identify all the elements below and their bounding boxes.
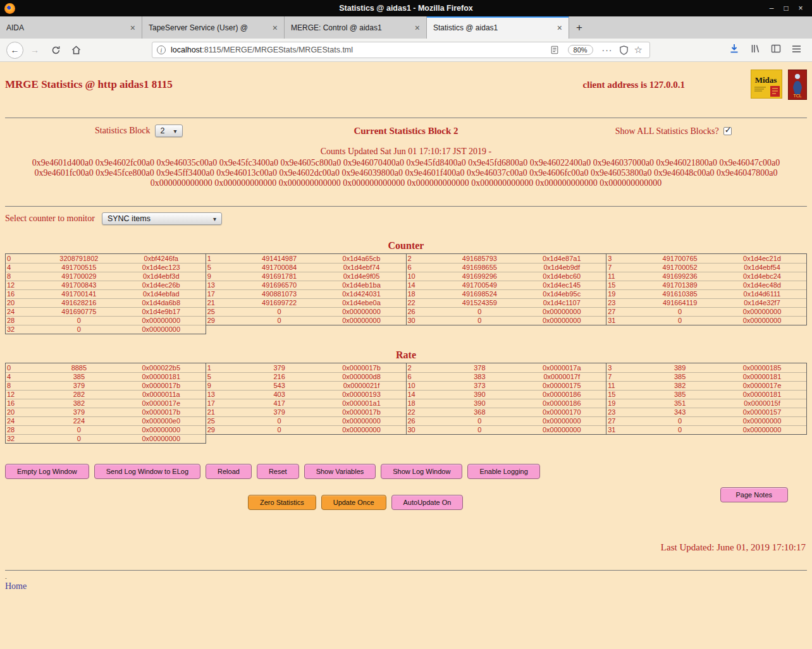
stat-index: 30 [407, 317, 442, 325]
library-icon[interactable] [750, 44, 760, 56]
enable-logging-button[interactable]: Enable Logging [467, 464, 539, 479]
stat-row: 63830x0000017f [407, 372, 606, 381]
stat-index: 12 [6, 391, 41, 399]
reset-button[interactable]: Reset [257, 464, 299, 479]
stat-hex: 0x1d4ebe0a [317, 299, 406, 307]
maximize-button[interactable]: □ [780, 4, 792, 13]
tab-tapeserver-service-user[interactable]: TapeServer Service (User) @× [142, 16, 285, 39]
rate-heading: Rate [5, 349, 807, 361]
window-controls: – □ × [765, 4, 812, 13]
zoom-level-button[interactable]: 80% [568, 45, 593, 55]
stat-value: 491690775 [41, 308, 117, 316]
stat-value: 382 [642, 382, 718, 390]
stat-value: 491699236 [642, 272, 718, 281]
stat-row: 124917008430x1d4ec26b [6, 281, 206, 289]
stat-index: 24 [6, 417, 41, 425]
send-log-window-to-elog-button[interactable]: Send Log Window to ELog [94, 464, 200, 479]
stat-index: 32 [6, 435, 41, 443]
stat-row: 24916857930x1d4e87a1 [407, 254, 606, 263]
stat-hex: 0x00000000 [117, 317, 206, 325]
stat-value: 373 [442, 382, 518, 390]
stat-value: 491524359 [442, 299, 518, 307]
stat-index: 28 [6, 317, 41, 325]
stat-hex: 0x00000000 [317, 417, 406, 425]
reload-icon[interactable] [48, 45, 63, 55]
tab-label: TapeServer Service (User) @ [149, 23, 268, 32]
stat-row: 94916917810x1d4e9f05 [206, 272, 406, 281]
empty-log-window-button[interactable]: Empty Log Window [5, 464, 89, 479]
counter-monitor-select-value: SYNC items [108, 214, 151, 223]
stat-row: 2500x00000000 [206, 416, 406, 425]
show-log-window-button[interactable]: Show Log Window [381, 464, 462, 479]
dot-text: . [5, 573, 807, 580]
home-icon[interactable] [68, 45, 83, 55]
home-link[interactable]: Home [5, 581, 27, 591]
sidebar-icon[interactable] [771, 44, 781, 56]
logo-group: Midas TCL [751, 70, 807, 100]
stat-index: 26 [407, 417, 442, 425]
stat-row: 3200x00000000 [6, 434, 206, 443]
stat-value: 0 [41, 435, 117, 443]
stat-row: 34917007650x1d4ec21d [606, 254, 806, 263]
forward-button[interactable]: → [27, 45, 43, 55]
stat-row: 144917005490x1d4ec145 [407, 281, 606, 289]
counter-monitor-select[interactable]: SYNC items▾ [102, 212, 222, 225]
stat-hex: 0x1d4ec26b [117, 281, 206, 289]
stat-hex: 0x00000000 [117, 325, 206, 334]
back-button[interactable]: ← [6, 42, 23, 59]
stat-value: 417 [242, 399, 317, 408]
stat-hex: 0x1d4ebf74 [317, 264, 406, 272]
stat-index: 12 [6, 281, 41, 289]
tab-aida[interactable]: AIDA× [0, 16, 142, 39]
counts-updated-text: Counts Updated Sat Jun 01 17:10:17 JST 2… [5, 147, 807, 157]
stat-row: 184916985240x1d4eb95c [407, 289, 606, 298]
reload-button[interactable]: Reload [206, 464, 252, 479]
stats-block-select[interactable]: 2▾ [155, 124, 183, 137]
stat-value: 491414987 [242, 255, 317, 263]
stat-index: 6 [407, 264, 442, 272]
stat-value: 491700052 [642, 264, 718, 272]
autoupdate-on-button[interactable]: AutoUpdate On [391, 495, 464, 510]
page-actions-icon[interactable]: ··· [602, 45, 613, 55]
tab-close-icon[interactable]: × [557, 23, 562, 33]
divider [5, 206, 807, 207]
stat-row: 153850x00000181 [606, 390, 806, 399]
stat-row: 163820x0000017e [6, 399, 206, 408]
stat-value: 491691781 [242, 272, 317, 281]
stat-hex: 0x1d4ec21d [718, 255, 806, 263]
stat-hex: 0x00000000 [517, 317, 606, 325]
new-tab-button[interactable]: + [569, 16, 589, 39]
site-info-icon[interactable]: i [157, 45, 166, 54]
close-button[interactable]: × [794, 4, 807, 13]
stat-index: 30 [407, 426, 442, 434]
tab-close-icon[interactable]: × [130, 23, 135, 33]
stat-row: 3200x00000000 [6, 325, 206, 334]
stat-row: 244916907750x1d4e9b17 [6, 307, 206, 316]
tab-statistics-aidas1[interactable]: Statistics @ aidas1× [427, 16, 569, 39]
reader-mode-icon[interactable] [550, 45, 559, 54]
stat-index: 27 [606, 417, 642, 425]
pocket-shield-icon[interactable] [619, 45, 629, 55]
url-bar[interactable]: i localhost:8115/MERGE/MRGEStats/MRGESta… [152, 42, 650, 58]
tab-close-icon[interactable]: × [273, 23, 278, 33]
page-notes-button[interactable]: Page Notes [720, 487, 788, 502]
show-variables-button[interactable]: Show Variables [304, 464, 376, 479]
update-once-button[interactable]: Update Once [321, 495, 386, 510]
menu-hamburger-icon[interactable] [792, 44, 801, 56]
url-text[interactable]: localhost:8115/MERGE/MRGEStats/MRGEStats… [171, 45, 547, 54]
stat-row: 3000x00000000 [407, 316, 606, 325]
minimize-button[interactable]: – [765, 4, 778, 13]
stat-value: 0 [642, 308, 718, 316]
stat-value: 0 [442, 317, 518, 325]
stat-row: 74917000520x1d4ebf54 [606, 263, 806, 272]
stat-value: 379 [242, 408, 317, 416]
show-all-checkbox[interactable]: ✓ [723, 127, 732, 135]
tab-merge-control-aidas1[interactable]: MERGE: Control @ aidas1× [285, 16, 427, 39]
tab-label: AIDA [6, 23, 125, 32]
downloads-icon[interactable] [729, 44, 739, 56]
stat-index: 17 [206, 290, 242, 298]
bookmark-star-icon[interactable]: ☆ [634, 44, 643, 56]
stat-row: 174170x000001a1 [206, 399, 406, 408]
tab-close-icon[interactable]: × [415, 23, 420, 33]
zero-statistics-button[interactable]: Zero Statistics [248, 495, 316, 510]
